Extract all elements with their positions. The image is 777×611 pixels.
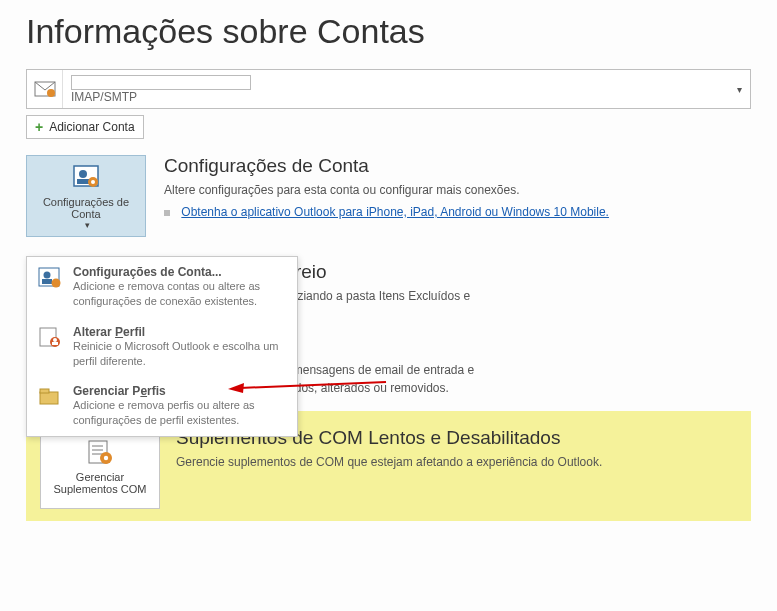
dd-desc: Adicione e remova perfis ou altere as co… xyxy=(73,398,287,428)
svg-rect-4 xyxy=(77,179,89,184)
chevron-down-icon: ▾ xyxy=(85,220,90,230)
plus-icon: + xyxy=(35,119,43,135)
bullet-icon xyxy=(164,210,170,216)
section-desc-config: Altere configurações para esta conta ou … xyxy=(164,181,751,199)
account-protocol: IMAP/SMTP xyxy=(71,90,720,104)
addins-icon xyxy=(86,437,114,467)
svg-rect-20 xyxy=(52,342,58,345)
tile-label: Gerenciar xyxy=(76,471,124,483)
svg-rect-22 xyxy=(40,389,49,393)
profile-icon xyxy=(37,325,63,369)
account-selector[interactable]: IMAP/SMTP ▾ xyxy=(26,69,751,109)
svg-rect-15 xyxy=(42,279,52,284)
outlook-mobile-link[interactable]: Obtenha o aplicativo Outlook para iPhone… xyxy=(181,205,609,219)
svg-point-3 xyxy=(79,170,87,178)
account-value-field xyxy=(71,75,251,90)
tile-label: Suplementos COM xyxy=(54,483,147,495)
page-title: Informações sobre Contas xyxy=(26,12,751,51)
svg-point-14 xyxy=(44,272,51,279)
add-account-label: Adicionar Conta xyxy=(49,120,134,134)
svg-point-16 xyxy=(52,279,61,288)
dd-desc: Reinicie o Microsoft Outlook e escolha u… xyxy=(73,339,287,369)
dd-title: Gerenciar Perfis xyxy=(73,384,287,398)
dropdown-item-change-profile[interactable]: Alterar Perfil Reinicie o Microsoft Outl… xyxy=(27,317,297,377)
dd-title: Alterar Perfil xyxy=(73,325,287,339)
account-icon xyxy=(27,70,63,108)
svg-point-12 xyxy=(104,456,108,460)
svg-point-19 xyxy=(53,338,57,342)
dd-desc: Adicione e remova contas ou altere as co… xyxy=(73,279,287,309)
dropdown-item-manage-profiles[interactable]: Gerenciar Perfis Adicione e remova perfi… xyxy=(27,376,297,436)
svg-point-1 xyxy=(47,89,55,97)
account-settings-dropdown: Configurações de Conta... Adicione e rem… xyxy=(26,256,298,437)
folder-icon xyxy=(37,384,63,428)
add-account-button[interactable]: + Adicionar Conta xyxy=(26,115,144,139)
section-desc-addins: Gerencie suplementos de COM que estejam … xyxy=(176,453,737,471)
svg-point-6 xyxy=(91,180,95,184)
account-settings-tile[interactable]: Configurações de Conta▾ xyxy=(26,155,146,237)
section-heading-config: Configurações de Conta xyxy=(164,155,751,177)
dropdown-item-account-settings[interactable]: Configurações de Conta... Adicione e rem… xyxy=(27,257,297,317)
account-settings-icon xyxy=(72,162,100,192)
dd-title: Configurações de Conta... xyxy=(73,265,287,279)
svg-rect-21 xyxy=(40,392,58,404)
account-settings-icon xyxy=(37,265,63,309)
tile-label: Configurações de Conta xyxy=(31,196,141,220)
chevron-down-icon[interactable]: ▾ xyxy=(728,70,750,108)
